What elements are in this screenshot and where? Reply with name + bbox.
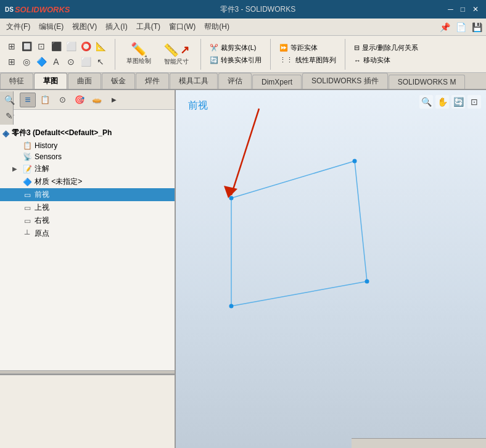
mirror-icon: ⊟ (354, 44, 360, 52)
tab-surface[interactable]: 曲面 (68, 73, 101, 89)
tree-item-sensors[interactable]: 📡 Sensors (0, 151, 175, 162)
bottom-scrollbar[interactable] (352, 438, 486, 448)
flyout-icon2[interactable]: ✎ (1, 109, 17, 123)
title-bar: DS SOLIDWORKS 零件3 - SOLIDWORKS ─ □ ✕ (0, 0, 486, 19)
move-btn[interactable]: ↔ 移动实体 (353, 55, 419, 65)
displaymgr-btn[interactable]: 🥧 (89, 93, 105, 107)
tree-item-history[interactable]: 📋 History (0, 140, 175, 151)
toolbar-icon2[interactable]: 💾 (470, 20, 484, 34)
qicon6[interactable]: ⭕ (79, 39, 93, 53)
menu-help[interactable]: 帮助(H) (200, 20, 233, 33)
tab-sketch[interactable]: 草图 (34, 73, 67, 89)
toolbar-icon1[interactable]: 📄 (454, 20, 467, 34)
maximize-btn[interactable]: □ (458, 5, 467, 14)
offset-btn[interactable]: ⏩ 等距实体 (278, 43, 337, 53)
close-btn[interactable]: ✕ (470, 5, 481, 14)
sketch-draw-btn[interactable]: ✏️ 草图绘制 (123, 42, 155, 67)
trim-entity-btn[interactable]: ✂️ 裁剪实体(L) (208, 43, 263, 53)
minimize-btn[interactable]: ─ (445, 5, 456, 14)
separator1 (115, 39, 115, 70)
history-label: History (35, 141, 57, 150)
qicon4[interactable]: ⬛ (49, 39, 63, 53)
linear-array-icon: ⋮⋮ (279, 56, 293, 64)
vertex-bl (229, 304, 234, 309)
right-view-label: 右视 (35, 215, 49, 226)
bottom-left-panel (0, 374, 175, 448)
menu-view[interactable]: 视图(V) (68, 20, 101, 33)
smart-dim-btn[interactable]: 📏 ↗ 智能尺寸 (160, 41, 193, 67)
menu-window[interactable]: 窗口(W) (165, 20, 199, 33)
move-label: 移动实体 (363, 56, 390, 65)
view-fit-btn[interactable]: ⊡ (467, 95, 481, 109)
menu-tools[interactable]: 工具(T) (133, 20, 164, 33)
featuretree-btn[interactable]: ≡ (20, 93, 36, 107)
tree-item-top-view[interactable]: ▭ 上视 (0, 201, 175, 214)
view-pan-btn[interactable]: ✋ (435, 95, 449, 109)
trim-label: 裁剪实体(L) (221, 43, 256, 52)
qicon9[interactable]: ◎ (20, 55, 33, 68)
qicon2[interactable]: 🔲 (20, 39, 33, 53)
qicon5[interactable]: ⬜ (64, 39, 78, 53)
window-controls[interactable]: ─ □ ✕ (445, 5, 481, 14)
root-label: 零件3 (Default<<Default>_Ph (12, 128, 112, 138)
qicon3[interactable]: ⊡ (35, 39, 48, 53)
smart-dim-icon-group: 📏 ↗ (163, 43, 189, 57)
quick-access-group: ⊞ 🔲 ⊡ ⬛ ⬜ ⭕ 📐 ⊞ ◎ 🔷 A ⊙ ⬜ ↖ (5, 39, 107, 68)
separator4 (345, 39, 345, 70)
tab-moldtools[interactable]: 模具工具 (170, 73, 218, 89)
front-view-label: 前视 (35, 189, 49, 200)
smart-dim-arrow: ↗ (180, 43, 189, 57)
vertex-br (365, 280, 369, 284)
cursor-icon[interactable]: ↖ (94, 55, 107, 68)
viewport[interactable]: 前视 🔍 ✋ 🔄 (176, 90, 486, 448)
propmgr-btn[interactable]: 📋 (37, 93, 53, 107)
sketch-line-top (231, 161, 355, 198)
tree-item-origin[interactable]: ┴ 原点 (0, 227, 175, 240)
configmgr-btn[interactable]: ⊙ (54, 93, 70, 107)
sketch-line-bottom (231, 281, 367, 306)
main-content: ⊞ ≡ 📋 ⊙ 🎯 🥧 ▶ 🔍 ✎ ▽ ◈ 零件3 (Default<<Defa… (0, 90, 486, 448)
qicon11[interactable]: A (49, 55, 63, 68)
trim-section: ✂️ 裁剪实体(L) 🔄 转换实体引用 (208, 43, 263, 65)
dimxpert-btn[interactable]: 🎯 (72, 93, 88, 107)
pin-icon[interactable]: 📌 (438, 20, 451, 34)
qicon8[interactable]: ⊞ (5, 55, 19, 68)
panel-toolbar: ⊞ ≡ 📋 ⊙ 🎯 🥧 ▶ (0, 90, 175, 110)
qicon7[interactable]: 📐 (94, 39, 107, 53)
tree-item-material[interactable]: 🔷 材质 <未指定> (0, 175, 175, 188)
tab-dimxpert[interactable]: DimXpert (252, 75, 302, 89)
feature-tree: ◈ 零件3 (Default<<Default>_Ph 📋 History 📡 … (0, 125, 175, 370)
menu-edit[interactable]: 编辑(E) (35, 20, 67, 33)
qicon13[interactable]: ⬜ (79, 55, 93, 68)
view-rotate-btn[interactable]: 🔄 (451, 95, 465, 109)
mirror-btn[interactable]: ⊟ 显示/删除几何关系 (353, 43, 419, 53)
tree-item-front-view[interactable]: ▭ 前视 (0, 188, 175, 201)
tab-bar: 特征 草图 曲面 钣金 焊件 模具工具 评估 DimXpert SOLIDWOR… (0, 73, 486, 90)
tree-item-annotation[interactable]: ▶ 📝 注解 (0, 162, 175, 175)
tab-evaluate[interactable]: 评估 (218, 73, 252, 89)
history-icon: 📋 (22, 141, 32, 150)
mirror-label: 显示/删除几何关系 (362, 43, 418, 52)
top-view-icon: ▭ (22, 204, 32, 212)
origin-icon: ┴ (22, 230, 32, 238)
qicon10[interactable]: 🔷 (35, 55, 48, 68)
sketch-svg (176, 90, 486, 448)
qicon1[interactable]: ⊞ (5, 39, 19, 53)
more-btn[interactable]: ▶ (106, 93, 122, 107)
tab-feature[interactable]: 特征 (0, 73, 33, 89)
menu-insert[interactable]: 插入(I) (102, 20, 131, 33)
tab-sw-addins[interactable]: SOLIDWORKS 插件 (302, 73, 388, 89)
left-panel: ⊞ ≡ 📋 ⊙ 🎯 🥧 ▶ 🔍 ✎ ▽ ◈ 零件3 (Default<<Defa… (0, 90, 176, 448)
flyout-icon1[interactable]: 🔍 (1, 93, 17, 107)
convert-entity-btn[interactable]: 🔄 转换实体引用 (208, 55, 263, 65)
tab-sheetmetal[interactable]: 钣金 (102, 73, 135, 89)
qicon12[interactable]: ⊙ (64, 55, 78, 68)
linear-array-btn[interactable]: ⋮⋮ 线性草图阵列 (278, 55, 337, 65)
view-zoom-btn[interactable]: 🔍 (419, 95, 433, 109)
menu-file[interactable]: 文件(F) (2, 20, 34, 33)
tree-root: ◈ 零件3 (Default<<Default>_Ph (0, 126, 175, 140)
tab-weldment[interactable]: 焊件 (136, 73, 169, 89)
tree-item-right-view[interactable]: ▭ 右视 (0, 214, 175, 227)
offset-label: 等距实体 (290, 43, 318, 52)
tab-sw-more[interactable]: SOLIDWORKS M (389, 75, 466, 89)
